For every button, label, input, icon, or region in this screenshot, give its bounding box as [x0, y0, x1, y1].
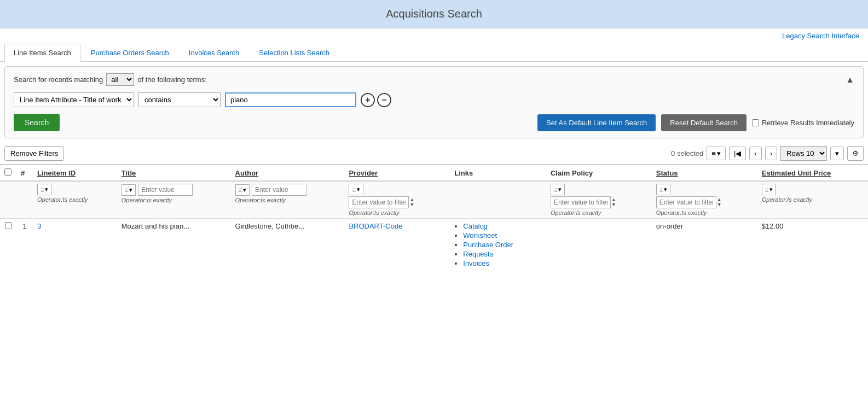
est-price-filter-op-btn[interactable]: ≡ ▾	[762, 184, 776, 195]
next-page-icon: ›	[770, 149, 772, 158]
tab-invoices[interactable]: Invoices Search	[180, 44, 249, 62]
filter-links-cell	[450, 181, 546, 219]
next-page-button[interactable]: ›	[765, 147, 777, 160]
row-status-cell: on-order	[652, 219, 757, 272]
catalog-link[interactable]: Catalog	[463, 222, 488, 230]
remove-criteria-button[interactable]: −	[377, 93, 391, 107]
gear-icon: ⚙	[852, 149, 859, 158]
first-page-button[interactable]: |◀	[729, 147, 746, 160]
legacy-link-bar: Legacy Search Interface	[0, 28, 868, 43]
status-filter-input[interactable]	[656, 196, 716, 208]
est-price-filter: ≡ ▾ Operator:Is exactly	[762, 184, 864, 203]
lineitem-id-filter-op-btn[interactable]: ≡ ▾	[37, 184, 51, 195]
select-all-checkbox[interactable]	[4, 168, 11, 176]
row-claim-policy-cell	[546, 219, 652, 272]
filter-op-icon: ≡	[765, 186, 768, 193]
search-criteria-row: Line Item Attribute - Title of work Line…	[14, 92, 854, 107]
title-filter-op-btn[interactable]: ≡ ▾	[121, 184, 136, 196]
remove-filters-button[interactable]: Remove Filters	[4, 146, 64, 161]
author-filter: ≡ ▾ Operator:Is exactly	[235, 184, 340, 203]
select-all-header[interactable]	[0, 165, 16, 181]
row-links-cell: Catalog Worksheet Purchase Order Request…	[450, 219, 546, 272]
author-filter-op-btn[interactable]: ≡ ▾	[235, 184, 250, 196]
match-all-select[interactable]: all any	[106, 73, 134, 86]
rows-per-page-select[interactable]: Rows 10 Rows 5 Rows 25 Rows 50	[780, 146, 827, 161]
invoices-link[interactable]: Invoices	[463, 259, 489, 267]
col-header-status[interactable]: Status	[652, 165, 757, 181]
filter-op-icon: ≡	[554, 186, 557, 193]
matching-row: Search for records matching all any of t…	[14, 73, 854, 86]
retrieve-immediately-checkbox[interactable]	[752, 119, 759, 126]
first-page-icon: |◀	[734, 149, 741, 158]
filter-op-icon: ≡	[125, 186, 128, 193]
list-item: Invoices	[463, 259, 542, 267]
tabs-bar: Line Items Search Purchase Orders Search…	[0, 43, 868, 62]
lineitem-id-filter-row: ≡ ▾	[37, 184, 113, 195]
tab-line-items[interactable]: Line Items Search	[4, 44, 80, 62]
lineitem-id-filter: ≡ ▾ Operator:Is exactly	[37, 184, 113, 203]
purchase-order-link[interactable]: Purchase Order	[463, 241, 513, 249]
tab-selection-lists[interactable]: Selection Lists Search	[250, 44, 339, 62]
scroll-down-icon[interactable]: ▼	[611, 202, 616, 207]
filter-op-arrow: ▾	[664, 186, 667, 193]
est-price-filter-label: Operator:Is exactly	[762, 196, 864, 203]
status-filter-label: Operator:Is exactly	[656, 209, 753, 216]
set-default-button[interactable]: Set As Default Line Item Search	[537, 114, 656, 131]
operator-select[interactable]: contains does not contain is exactly sta…	[138, 92, 221, 107]
tab-purchase-orders[interactable]: Purchase Orders Search	[82, 44, 178, 62]
reset-default-button[interactable]: Reset Default Search	[661, 114, 747, 131]
search-value-input[interactable]	[225, 92, 356, 107]
requests-link[interactable]: Requests	[463, 250, 493, 258]
scroll-down-icon[interactable]: ▼	[717, 202, 722, 207]
col-header-title[interactable]: Title	[117, 165, 231, 181]
filter-op-arrow: ▾	[357, 186, 360, 193]
row-checkbox[interactable]	[5, 222, 12, 229]
filter-op-arrow: ▾	[243, 186, 246, 194]
legacy-search-link[interactable]: Legacy Search Interface	[782, 32, 859, 40]
col-header-lineitem-id[interactable]: Lineitem ID	[33, 165, 117, 181]
filter-op-arrow: ▾	[45, 186, 48, 193]
col-header-author[interactable]: Author	[231, 165, 345, 181]
app-title: Acquisitions Search	[0, 0, 868, 28]
filter-claim-policy-cell: ≡ ▾ ▲ ▼ Operator:Is exactly	[546, 181, 652, 219]
status-filter: ≡ ▾ ▲ ▼ Operator:Is exactly	[656, 184, 753, 216]
expand-icon: ▾	[835, 149, 839, 158]
status-scroll-input: ▲ ▼	[656, 196, 753, 208]
title-filter-label: Operator:Is exactly	[121, 197, 227, 203]
col-header-provider[interactable]: Provider	[344, 165, 450, 181]
search-form-area: Search for records matching all any of t…	[4, 66, 864, 138]
provider-filter-input[interactable]	[349, 196, 409, 208]
list-item: Catalog	[463, 222, 542, 230]
filter-op-arrow: ▾	[558, 186, 562, 193]
title-filter-input[interactable]	[138, 184, 193, 196]
status-filter-op-btn[interactable]: ≡ ▾	[656, 184, 670, 195]
search-button[interactable]: Search	[14, 114, 60, 131]
filter-op-icon: ≡	[239, 186, 242, 193]
criteria-select[interactable]: Line Item Attribute - Title of work Line…	[14, 92, 134, 107]
results-toolbar: Remove Filters 0 selected ≡ ▾ |◀ ‹ › Row…	[0, 143, 868, 164]
table-row: 1 3 Mozart and his pian... Girdlestone, …	[0, 219, 868, 272]
settings-button[interactable]: ⚙	[847, 146, 864, 161]
claim-policy-scroll-input: ▲ ▼	[551, 196, 647, 208]
provider-scroll-arrows: ▲ ▼	[409, 197, 414, 207]
filter-author-cell: ≡ ▾ Operator:Is exactly	[231, 181, 345, 219]
provider-link[interactable]: BRODART-Code	[349, 222, 402, 230]
sort-icon-button[interactable]: ≡ ▾	[707, 147, 726, 160]
provider-filter-op-btn[interactable]: ≡ ▾	[349, 184, 363, 195]
col-header-est-unit-price[interactable]: Estimated Unit Price	[757, 165, 868, 181]
prev-page-button[interactable]: ‹	[749, 147, 761, 160]
add-criteria-button[interactable]: +	[361, 93, 375, 107]
scroll-down-icon[interactable]: ▼	[409, 202, 414, 207]
author-filter-input[interactable]	[252, 184, 306, 196]
row-author-cell: Girdlestone, Cuthbe...	[231, 219, 345, 272]
claim-policy-filter-op-btn[interactable]: ≡ ▾	[551, 184, 565, 195]
claim-policy-filter-input[interactable]	[551, 196, 611, 208]
lineitem-id-link[interactable]: 3	[37, 222, 41, 230]
worksheet-link[interactable]: Worksheet	[463, 231, 497, 240]
row-num-cell: 1	[16, 219, 33, 272]
collapse-button[interactable]: ▲	[846, 75, 854, 85]
expand-button[interactable]: ▾	[830, 147, 844, 160]
provider-filter: ≡ ▾ ▲ ▼ Operator:Is exactly	[349, 184, 445, 216]
matching-suffix: of the following terms:	[137, 75, 206, 84]
prev-page-icon: ‹	[754, 149, 756, 158]
